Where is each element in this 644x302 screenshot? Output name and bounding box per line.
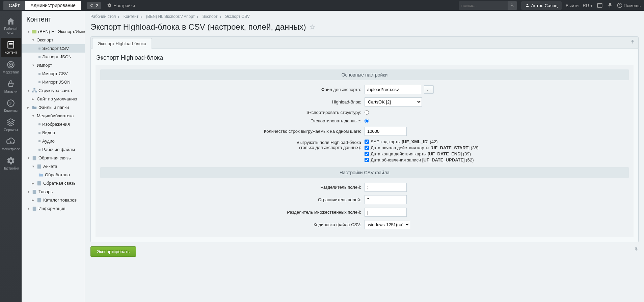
layers-icon xyxy=(6,118,15,127)
bc-content[interactable]: Контент xyxy=(124,14,138,19)
gear-icon xyxy=(107,3,112,8)
fields-label: Выгружать поля Highload-блока(только для… xyxy=(100,139,365,150)
user-button[interactable]: Антон Саянц xyxy=(521,1,562,10)
favorite-icon[interactable] xyxy=(310,24,315,30)
tree-ben[interactable]: ▼(BEN) HL Экспорт/Импорт xyxy=(22,27,85,36)
lang-selector[interactable]: RU ▾ xyxy=(583,3,592,8)
search-input[interactable] xyxy=(459,1,508,10)
svg-rect-18 xyxy=(37,181,41,185)
tree-import[interactable]: ▼Импорт xyxy=(22,61,85,69)
file-input[interactable] xyxy=(365,85,422,94)
help-label: Помощь xyxy=(624,3,641,8)
tree-media[interactable]: ▼Медиабиблиотека xyxy=(22,112,85,120)
tree-export-json[interactable]: Экспорт JSON xyxy=(22,53,85,61)
pin-icon[interactable] xyxy=(630,39,635,44)
multi-input[interactable] xyxy=(365,208,407,217)
rail-services[interactable]: Сервисы xyxy=(0,115,22,134)
rows-label: Количество строк выгружаемых на одном ша… xyxy=(100,129,365,134)
tree-work-files[interactable]: Рабочие файлы xyxy=(22,145,85,154)
quote-input[interactable] xyxy=(365,195,407,204)
svg-text:?: ? xyxy=(619,4,620,7)
tree-export-csv[interactable]: Экспорт CSV xyxy=(22,44,85,53)
tree-goods[interactable]: ▼Товары xyxy=(22,187,85,196)
home-icon xyxy=(6,17,15,26)
target-icon xyxy=(6,60,15,69)
folder-icon xyxy=(38,173,43,177)
svg-rect-6 xyxy=(9,44,13,45)
updates-count: 2 xyxy=(96,3,98,8)
svg-rect-17 xyxy=(37,164,41,168)
struct-label: Экспортировать структуру: xyxy=(100,110,365,115)
page-icon xyxy=(37,164,42,169)
tree-default-site[interactable]: ▶Сайт по умолчанию xyxy=(22,95,85,103)
delim-label: Разделитель полей: xyxy=(100,185,365,190)
clock-icon: 24 xyxy=(6,99,15,108)
admin-tab[interactable]: Администрирование xyxy=(25,1,81,10)
pin-icon[interactable] xyxy=(607,2,613,8)
svg-rect-15 xyxy=(35,91,37,92)
bc-ben[interactable]: (BEN) HL Экспорт/Импорт xyxy=(146,14,195,19)
svg-rect-14 xyxy=(32,91,33,92)
tab-export-hl[interactable]: Экспорт Highload-блока xyxy=(92,38,152,49)
tree-catalog[interactable]: ▶Каталог товаров xyxy=(22,196,85,204)
rail-marketplace[interactable]: Marketplace xyxy=(0,134,22,154)
page-icon xyxy=(37,198,42,203)
field-checkbox-4[interactable]: Дата обновления записи [UF_DATE_UPDATE] … xyxy=(365,157,479,162)
rail-marketing[interactable]: Маркетинг xyxy=(0,58,22,77)
header-settings-link[interactable]: Настройки xyxy=(107,3,135,8)
tree-processed[interactable]: Обработано xyxy=(22,171,85,179)
bc-export[interactable]: Экспорт xyxy=(202,14,217,19)
tree-info[interactable]: ▼Информация xyxy=(22,204,85,213)
export-data-radio[interactable] xyxy=(365,119,369,123)
data-label: Экспортировать данные: xyxy=(100,118,365,123)
tree-import-csv[interactable]: Импорт CSV xyxy=(22,69,85,78)
export-button[interactable]: Экспортировать xyxy=(90,246,136,257)
tree-anketa[interactable]: ▼Анкета xyxy=(22,162,85,171)
refresh-icon xyxy=(90,3,94,7)
gear-icon xyxy=(6,156,15,165)
page-title: Экспорт Highload-блока в CSV (настроек, … xyxy=(90,22,306,32)
bc-desktop[interactable]: Рабочий стол xyxy=(90,14,116,19)
logout-link[interactable]: Выйти xyxy=(566,3,579,8)
tree-import-json[interactable]: Импорт JSON xyxy=(22,78,85,86)
field-checkbox-1[interactable]: SAP код карты [UF_XML_ID] (42) xyxy=(365,139,479,144)
browse-button[interactable]: ... xyxy=(424,85,434,94)
encoding-select[interactable]: windows-1251(cp1251) xyxy=(365,220,410,229)
page-icon xyxy=(32,206,37,211)
tree-feedback2[interactable]: ▶Обратная связь xyxy=(22,179,85,187)
page-icon xyxy=(37,181,42,186)
pin-icon[interactable] xyxy=(634,247,639,252)
updates-button[interactable]: 2 xyxy=(87,2,101,9)
tree-structure[interactable]: ▼Структура сайта xyxy=(22,86,85,95)
user-name: Антон Саянц xyxy=(531,3,558,8)
export-struct-radio[interactable] xyxy=(365,110,369,115)
tree-images[interactable]: Изображения xyxy=(22,120,85,128)
rail-desktop[interactable]: Рабочий стол xyxy=(0,14,22,37)
tree-audio[interactable]: Аудио xyxy=(22,137,85,145)
rail-settings[interactable]: Настройки xyxy=(0,154,22,173)
rail-shop[interactable]: Магазин xyxy=(0,77,22,96)
tree-video[interactable]: Видео xyxy=(22,128,85,137)
search-button[interactable] xyxy=(508,1,517,10)
svg-point-9 xyxy=(10,64,11,65)
tree-export[interactable]: ▼Экспорт xyxy=(22,36,85,44)
tree-feedback[interactable]: ▼Обратная связь xyxy=(22,154,85,162)
panel-icon[interactable] xyxy=(597,2,603,8)
content-icon xyxy=(6,40,15,49)
hl-select[interactable]: CartsOK [2] xyxy=(365,97,422,107)
quote-label: Ограничитель полей: xyxy=(100,197,365,202)
delim-input[interactable] xyxy=(365,183,407,192)
field-checkbox-3[interactable]: Дата конца действия карты [UF_DATE_END] … xyxy=(365,151,479,156)
rows-input[interactable] xyxy=(365,127,407,136)
field-checkbox-2[interactable]: Дата начала действия карты [UF_DATE_STAR… xyxy=(365,145,479,150)
rail-content[interactable]: Контент xyxy=(1,38,21,57)
help-link[interactable]: ? Помощь xyxy=(617,3,641,8)
bc-export-csv[interactable]: Экспорт CSV xyxy=(225,14,250,19)
folder-icon xyxy=(32,105,37,110)
rail-clients[interactable]: 24 Клиенты xyxy=(0,96,22,115)
tree-files[interactable]: ▶Файлы и папки xyxy=(22,103,85,112)
basket-icon xyxy=(6,80,15,88)
site-tab[interactable]: Сайт xyxy=(3,1,25,10)
svg-rect-20 xyxy=(37,198,41,202)
search-icon xyxy=(510,3,514,7)
